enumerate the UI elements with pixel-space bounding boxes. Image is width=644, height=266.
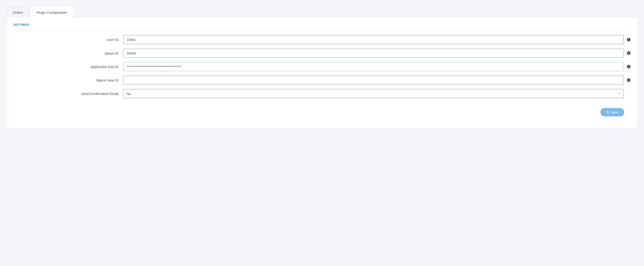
save-button-label: Save [611, 110, 618, 114]
save-button[interactable]: Save [600, 108, 624, 116]
info-icon[interactable]: i [627, 78, 630, 82]
label-send-confirmation-email: Send Confirmation Email: [14, 92, 119, 96]
tab-orders[interactable]: Orders [7, 7, 29, 18]
row-space-view-id: Space View ID: i [14, 76, 630, 85]
tabs: Orders Plugin Configuration [7, 7, 637, 18]
label-space-id: Space ID: [14, 51, 119, 55]
info-icon[interactable]: i [627, 51, 630, 55]
row-application-key-id: Application Key ID: i [14, 62, 630, 71]
tab-plugin-configuration[interactable]: Plugin Configuration [31, 7, 73, 18]
footer-bar: Save [14, 103, 630, 122]
input-space-view-id[interactable] [123, 76, 624, 85]
section-title: SETTINGS [14, 23, 630, 31]
input-application-key-id[interactable] [123, 62, 624, 71]
info-icon[interactable]: i [627, 65, 630, 68]
select-send-confirmation-email[interactable]: No [123, 89, 624, 98]
row-space-id: Space ID: i [14, 49, 630, 58]
settings-panel: SETTINGS User ID: i Space ID: i Applicat… [7, 18, 637, 128]
input-space-id[interactable] [123, 49, 624, 58]
label-user-id: User ID: [14, 38, 119, 42]
row-send-confirmation-email: Send Confirmation Email: No [14, 89, 630, 98]
label-space-view-id: Space View ID: [14, 78, 119, 82]
label-application-key-id: Application Key ID: [14, 65, 119, 69]
row-user-id: User ID: i [14, 35, 630, 44]
info-icon[interactable]: i [627, 38, 630, 41]
input-user-id[interactable] [123, 35, 624, 44]
save-icon [606, 111, 609, 114]
